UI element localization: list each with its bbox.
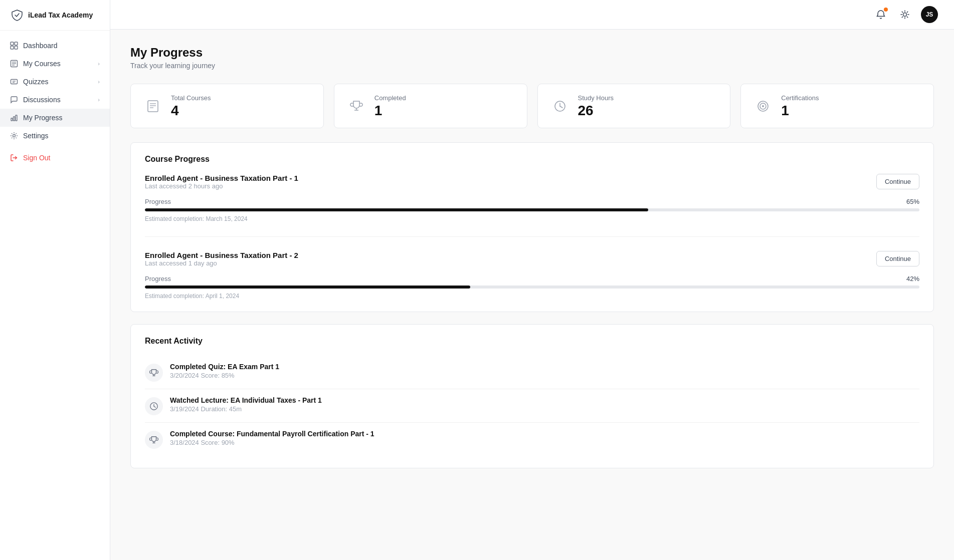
- svg-rect-12: [14, 117, 15, 121]
- continue-button-2[interactable]: Continue: [876, 251, 919, 266]
- svg-rect-1: [15, 42, 18, 45]
- activity-item-3: Completed Course: Fundamental Payroll Ce…: [145, 423, 919, 456]
- sidebar-item-signout[interactable]: Sign Out: [0, 149, 110, 167]
- sidebar-item-discussions[interactable]: Discussions ›: [0, 91, 110, 109]
- sidebar-item-dashboard[interactable]: Dashboard: [0, 37, 110, 55]
- target-icon-stat: [753, 96, 773, 116]
- sidebar-item-settings[interactable]: Settings: [0, 127, 110, 145]
- stat-label-total-courses: Total Courses: [171, 94, 211, 102]
- course-name-2: Enrolled Agent - Business Taxation Part …: [145, 251, 298, 259]
- signout-label: Sign Out: [23, 154, 50, 162]
- stat-label-certifications: Certifications: [781, 94, 819, 102]
- progress-bar-fill-1: [145, 208, 648, 211]
- progress-bar-bg-1: [145, 208, 919, 211]
- settings-button[interactable]: [897, 7, 913, 23]
- page-title: My Progress: [130, 46, 934, 60]
- svg-line-33: [154, 406, 155, 407]
- page-body: My Progress Track your learning journey …: [110, 30, 954, 496]
- topbar-actions: JS: [873, 6, 938, 23]
- notifications-button[interactable]: [873, 7, 889, 23]
- sidebar-logo[interactable]: iLead Tax Academy: [0, 0, 110, 31]
- settings-icon: [10, 132, 18, 140]
- page-subtitle: Track your learning journey: [130, 62, 934, 70]
- stat-card-completed: Completed 1: [334, 84, 527, 128]
- main-content: JS My Progress Track your learning journ…: [110, 0, 954, 560]
- progress-bar-bg-2: [145, 286, 919, 289]
- progress-icon: [10, 114, 18, 122]
- svg-line-25: [560, 106, 562, 108]
- activity-meta-1: 3/20/2024 Score: 85%: [170, 372, 279, 379]
- clock-icon-stat: [550, 96, 570, 116]
- svg-rect-8: [11, 80, 18, 84]
- recent-activity-title: Recent Activity: [145, 337, 919, 346]
- activity-icon-3: [145, 431, 163, 449]
- discussions-icon: [10, 96, 18, 104]
- svg-point-28: [762, 105, 764, 107]
- stat-label-study-hours: Study Hours: [578, 94, 614, 102]
- svg-point-14: [13, 135, 16, 137]
- activity-item-2: Watched Lecture: EA Individual Taxes - P…: [145, 389, 919, 423]
- estimated-completion-1: Estimated completion: March 15, 2024: [145, 215, 919, 222]
- activity-title-1: Completed Quiz: EA Exam Part 1: [170, 363, 279, 371]
- sidebar-item-my-courses[interactable]: My Courses ›: [0, 55, 110, 73]
- svg-rect-13: [16, 115, 17, 121]
- course-item-2: Enrolled Agent - Business Taxation Part …: [145, 251, 919, 300]
- user-avatar[interactable]: JS: [921, 6, 938, 23]
- stat-label-completed: Completed: [374, 94, 406, 102]
- svg-rect-0: [11, 42, 14, 45]
- stat-value-total-courses: 4: [171, 104, 211, 118]
- course-name-1: Enrolled Agent - Business Taxation Part …: [145, 174, 298, 182]
- quizzes-icon: [10, 78, 18, 86]
- trophy-icon-stat: [346, 96, 366, 116]
- stat-card-certifications: Certifications 1: [740, 84, 934, 128]
- progress-label-2: Progress: [145, 275, 171, 283]
- continue-button-1[interactable]: Continue: [876, 174, 919, 189]
- activity-title-2: Watched Lecture: EA Individual Taxes - P…: [170, 396, 322, 404]
- svg-rect-11: [11, 118, 13, 121]
- course-item-1: Enrolled Agent - Business Taxation Part …: [145, 174, 919, 237]
- sidebar-item-label: Discussions: [23, 96, 61, 104]
- sidebar-item-my-progress[interactable]: My Progress: [0, 109, 110, 127]
- chevron-right-icon: ›: [98, 79, 100, 85]
- sidebar-item-label: Quizzes: [23, 78, 49, 86]
- stat-value-certifications: 1: [781, 104, 819, 118]
- stats-grid: Total Courses 4 Completed 1: [130, 84, 934, 128]
- activity-title-3: Completed Course: Fundamental Payroll Ce…: [170, 430, 374, 438]
- stat-card-study-hours: Study Hours 26: [537, 84, 731, 128]
- chevron-right-icon: ›: [98, 61, 100, 67]
- logo-text: iLead Tax Academy: [28, 11, 93, 19]
- stat-value-study-hours: 26: [578, 104, 614, 118]
- activity-icon-2: [145, 397, 163, 415]
- course-accessed-1: Last accessed 2 hours ago: [145, 182, 298, 190]
- svg-rect-2: [11, 46, 14, 49]
- sidebar-item-label: Settings: [23, 132, 49, 140]
- progress-pct-1: 65%: [906, 198, 919, 205]
- sidebar-item-label: My Courses: [23, 60, 61, 68]
- activity-meta-3: 3/18/2024 Score: 90%: [170, 439, 374, 446]
- stat-value-completed: 1: [374, 104, 406, 118]
- dashboard-icon: [10, 42, 18, 50]
- course-progress-title: Course Progress: [145, 155, 919, 164]
- topbar: JS: [110, 0, 954, 30]
- notification-dot: [884, 8, 888, 12]
- activity-icon-1: [145, 364, 163, 382]
- course-accessed-2: Last accessed 1 day ago: [145, 259, 298, 267]
- sun-icon: [900, 10, 910, 20]
- svg-point-16: [903, 13, 907, 17]
- sidebar-item-quizzes[interactable]: Quizzes ›: [0, 73, 110, 91]
- chevron-right-icon: ›: [98, 97, 100, 103]
- progress-label-1: Progress: [145, 198, 171, 205]
- progress-bar-fill-2: [145, 286, 470, 289]
- signout-icon: [10, 154, 18, 162]
- activity-meta-2: 3/19/2024 Duration: 45m: [170, 405, 322, 413]
- sidebar-item-label: My Progress: [23, 114, 63, 122]
- svg-rect-3: [15, 46, 18, 49]
- activity-item-1: Completed Quiz: EA Exam Part 1 3/20/2024…: [145, 356, 919, 389]
- estimated-completion-2: Estimated completion: April 1, 2024: [145, 293, 919, 300]
- sidebar: iLead Tax Academy Dashboard My Courses ›: [0, 0, 110, 560]
- progress-pct-2: 42%: [906, 275, 919, 283]
- stat-card-total-courses: Total Courses 4: [130, 84, 324, 128]
- logo-icon: [10, 8, 24, 22]
- course-progress-section: Course Progress Enrolled Agent - Busines…: [130, 142, 934, 312]
- sidebar-item-label: Dashboard: [23, 42, 58, 50]
